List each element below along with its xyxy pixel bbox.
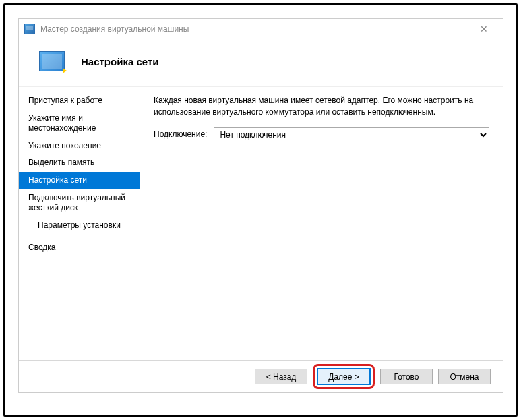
wizard-step[interactable]: Укажите поколение [19, 138, 140, 155]
wizard-step[interactable]: Подключить виртуальный жесткий диск [19, 189, 140, 217]
wizard-steps: Приступая к работеУкажите имя и местонах… [19, 87, 140, 360]
wizard-body: Приступая к работеУкажите имя и местонах… [19, 86, 503, 360]
app-icon [24, 24, 35, 34]
back-button[interactable]: < Назад [255, 369, 307, 384]
wizard-step[interactable]: Укажите имя и местонахождение [19, 110, 140, 138]
wizard-step[interactable]: Сводка [19, 239, 140, 257]
next-highlight: Далее > [313, 364, 375, 389]
description-text: Каждая новая виртуальная машина имеет се… [154, 95, 489, 118]
window-title: Мастер создания виртуальной машины [40, 24, 189, 34]
finish-button[interactable]: Готово [380, 369, 433, 384]
wizard-step[interactable]: Настройка сети [19, 172, 140, 189]
titlebar: Мастер создания виртуальной машины ✕ [19, 19, 503, 39]
wizard-dialog: Мастер создания виртуальной машины ✕ Нас… [18, 18, 503, 393]
vm-icon [39, 51, 65, 71]
wizard-step[interactable]: Выделить память [19, 154, 140, 172]
page-title: Настройка сети [81, 56, 158, 67]
next-button[interactable]: Далее > [317, 369, 370, 384]
wizard-content: Каждая новая виртуальная машина имеет се… [140, 87, 503, 360]
wizard-header: Настройка сети [19, 39, 503, 86]
cancel-button[interactable]: Отмена [438, 369, 491, 384]
connection-select[interactable]: Нет подключения [214, 127, 489, 142]
wizard-step[interactable]: Параметры установки [19, 217, 140, 235]
close-button[interactable]: ✕ [470, 24, 497, 34]
connection-row: Подключение: Нет подключения [154, 127, 489, 142]
connection-label: Подключение: [154, 129, 207, 140]
wizard-step[interactable]: Приступая к работе [19, 92, 140, 110]
wizard-footer: < Назад Далее > Готово Отмена [19, 360, 503, 392]
